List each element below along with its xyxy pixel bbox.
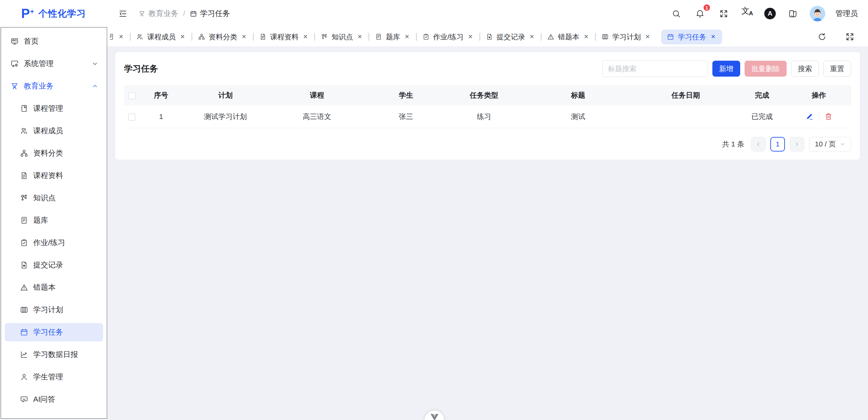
menu-fold-icon[interactable] [116, 7, 130, 20]
calendar-icon [20, 328, 28, 336]
sidebar-item-home[interactable]: 首页 [5, 32, 103, 51]
sidebar-item-student-mgmt[interactable]: 学生管理 [5, 368, 103, 386]
column-header: 学生 [366, 85, 446, 105]
close-icon[interactable]: ✕ [179, 33, 185, 40]
content-area: 学习任务 新增 批量删除 搜索 重置 [107, 46, 868, 420]
search-icon[interactable] [669, 7, 683, 20]
tab-knowledge-points[interactable]: 知识点 ✕ [315, 29, 369, 44]
avatar[interactable] [810, 6, 825, 21]
cell-task-date [634, 105, 737, 128]
cell-status: 已完成 [737, 105, 787, 128]
action-divider [819, 112, 819, 121]
sidebar-item-system[interactable]: 系统管理 [5, 55, 103, 73]
fullscreen-content-icon[interactable] [843, 30, 856, 44]
row-checkbox[interactable] [128, 114, 135, 121]
tab-study-plan[interactable]: 学习计划 ✕ [596, 29, 656, 44]
users-icon [20, 127, 28, 135]
sidebar-item-submissions[interactable]: 提交记录 [5, 256, 103, 274]
users-icon [136, 33, 143, 40]
refresh-icon[interactable] [815, 30, 829, 44]
close-icon[interactable]: ✕ [404, 33, 410, 40]
sidebar-item-study-task[interactable]: 学习任务 [5, 323, 103, 341]
table-header-row: 序号 计划 课程 学生 任务类型 标题 任务日期 完成 操作 [124, 85, 851, 105]
file-list-icon [375, 33, 382, 40]
theme-panel-icon[interactable] [786, 7, 800, 20]
tab-course-members[interactable]: 课程成员 ✕ [131, 29, 191, 44]
tab-controls [815, 30, 868, 44]
tab-homework[interactable]: 作业/练习 ✕ [417, 29, 479, 44]
sidebar-item-course-members[interactable]: 课程成员 [5, 122, 103, 140]
search-button[interactable]: 搜索 [791, 61, 819, 77]
next-page-button[interactable] [790, 137, 804, 152]
sidebar-item-course-materials[interactable]: 课程资料 [5, 166, 103, 185]
tab-wrong-answers[interactable]: 错题本 ✕ [541, 29, 595, 44]
page-size-select[interactable]: 10 / 页 [809, 137, 851, 152]
app-logo[interactable]: P+ 个性化学习 [0, 0, 107, 27]
education-icon [11, 82, 19, 90]
language-icon[interactable]: 文A [741, 7, 754, 20]
vue-logo-icon [430, 414, 439, 420]
breadcrumb-item-business[interactable]: 教育业务 [138, 8, 178, 19]
sidebar-item-homework[interactable]: 作业/练习 [5, 234, 103, 252]
delete-icon[interactable] [825, 113, 832, 120]
close-icon[interactable]: ✕ [529, 33, 535, 40]
tab-submissions[interactable]: 提交记录 ✕ [480, 29, 541, 44]
column-header: 完成 [737, 85, 787, 105]
chart-icon [20, 351, 28, 359]
warning-icon [20, 283, 28, 292]
file-list-icon [20, 216, 28, 224]
close-icon[interactable]: ✕ [645, 33, 651, 40]
notification-bell-icon[interactable]: 1 [693, 7, 707, 20]
batch-delete-button[interactable]: 批量删除 [745, 61, 787, 77]
sidebar-item-ai-qa[interactable]: AI问答 [5, 390, 103, 408]
close-icon[interactable]: ✕ [710, 33, 716, 40]
title-search-input[interactable] [602, 60, 708, 77]
close-icon[interactable]: ✕ [357, 33, 363, 40]
calendar-icon [667, 33, 674, 40]
sidebar-item-knowledge-points[interactable]: 知识点 [5, 189, 103, 207]
sidebar-item-course-mgmt[interactable]: 课程管理 [5, 99, 103, 118]
tab-course-materials[interactable]: 课程资料 ✕ [254, 29, 314, 44]
chevron-down-icon [840, 141, 845, 147]
tab-partial[interactable]: ✕ [108, 29, 130, 44]
close-icon[interactable]: ✕ [241, 33, 247, 40]
column-header: 操作 [787, 85, 851, 105]
toolbar: 学习任务 新增 批量删除 搜索 重置 [124, 60, 851, 77]
current-page-button[interactable]: 1 [770, 137, 785, 152]
edit-icon[interactable] [806, 113, 813, 120]
close-icon[interactable]: ✕ [583, 33, 589, 40]
close-icon[interactable]: ✕ [467, 33, 473, 40]
breadcrumb-item-current[interactable]: 学习任务 [190, 8, 230, 19]
file-text-icon [259, 33, 267, 40]
sidebar-item-wrong-answers[interactable]: 错题本 [5, 278, 103, 297]
cell-index: 1 [139, 105, 183, 128]
sidebar-item-question-bank[interactable]: 题库 [5, 211, 103, 229]
tab-study-task[interactable]: 学习任务 ✕ [661, 29, 722, 44]
close-icon[interactable]: ✕ [302, 33, 309, 40]
tab-material-category[interactable]: 资料分类 ✕ [192, 29, 253, 44]
user-name[interactable]: 管理员 [835, 8, 858, 19]
knowledge-graph-icon [20, 194, 28, 202]
top-bar: P+ 个性化学习 教育业务 / 学习任务 1 [0, 0, 868, 27]
prev-page-button[interactable] [751, 137, 766, 152]
tab-question-bank[interactable]: 题库 ✕ [369, 29, 416, 44]
sidebar-item-education[interactable]: 教育业务 [5, 77, 103, 95]
fullscreen-icon[interactable] [717, 7, 730, 20]
sidebar-item-material-category[interactable]: 资料分类 [5, 144, 103, 162]
map-icon [20, 306, 28, 314]
calendar-icon [190, 10, 197, 17]
reset-button[interactable]: 重置 [823, 61, 851, 77]
sidebar-item-study-plan[interactable]: 学习计划 [5, 301, 103, 319]
cell-student: 张三 [366, 105, 446, 128]
chevron-down-icon [92, 60, 98, 67]
body-row: 首页 系统管理 教育业务 课程管理 课程成员 资料分类 [0, 27, 868, 420]
close-icon[interactable]: ✕ [118, 33, 124, 40]
clipboard-check-icon [20, 239, 28, 247]
sidebar-item-study-daily-report[interactable]: 学习数据日报 [5, 345, 103, 364]
select-all-checkbox[interactable] [128, 92, 135, 99]
knowledge-graph-icon [321, 33, 328, 40]
monitor-icon [11, 37, 19, 45]
row-actions [787, 112, 851, 121]
add-button[interactable]: 新增 [712, 61, 740, 77]
dark-mode-icon[interactable]: A [764, 8, 776, 19]
